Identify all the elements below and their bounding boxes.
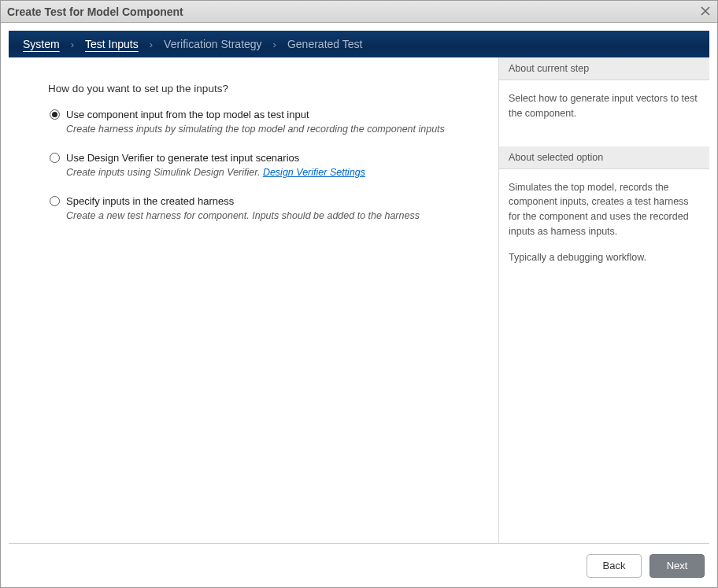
about-option-content: Simulates the top model, records the com… [499, 169, 709, 290]
question-text: How do you want to set up the inputs? [48, 83, 476, 94]
window-title: Create Test for Model Component [7, 6, 183, 18]
about-option-text-1: Simulates the top model, records the com… [509, 180, 700, 239]
step-system[interactable]: System [23, 38, 60, 50]
step-generated-test: Generated Test [287, 38, 362, 50]
chevron-right-icon: › [71, 39, 74, 50]
option-label: Specify inputs in the created harness [66, 195, 234, 207]
dialog-window: Create Test for Model Component System ›… [0, 0, 718, 588]
titlebar: Create Test for Model Component [1, 1, 717, 23]
step-test-inputs[interactable]: Test Inputs [85, 38, 139, 50]
option-use-top-model: Use component input from the top model a… [48, 109, 476, 135]
radio-use-design-verifier[interactable] [50, 153, 60, 163]
option-use-design-verifier: Use Design Verifier to generate test inp… [48, 152, 476, 178]
about-step-header: About current step [499, 57, 709, 80]
radio-specify-inputs[interactable] [50, 196, 60, 206]
about-step-content: Select how to generate input vectors to … [499, 80, 709, 146]
option-row[interactable]: Use component input from the top model a… [50, 109, 476, 120]
chevron-right-icon: › [150, 39, 153, 50]
dialog-footer: Back Next [9, 543, 709, 587]
option-label: Use component input from the top model a… [66, 109, 309, 120]
back-button[interactable]: Back [587, 554, 642, 578]
next-button[interactable]: Next [650, 554, 705, 578]
wizard-stepper: System › Test Inputs › Verification Stra… [9, 31, 709, 57]
about-option-header: About selected option [499, 146, 709, 169]
chevron-right-icon: › [273, 39, 276, 50]
option-row[interactable]: Specify inputs in the created harness [50, 195, 476, 207]
close-icon[interactable] [698, 4, 712, 18]
radio-use-top-model[interactable] [50, 109, 60, 120]
about-option-text-2: Typically a debugging workflow. [509, 250, 700, 265]
option-description: Create inputs using Simulink Design Veri… [66, 167, 476, 178]
side-panel: About current step Select how to generat… [498, 57, 709, 543]
option-row[interactable]: Use Design Verifier to generate test inp… [50, 152, 476, 164]
about-step-text: Select how to generate input vectors to … [509, 91, 700, 121]
design-verifier-settings-link[interactable]: Design Verifier Settings [263, 167, 365, 178]
option-desc-text: Create inputs using Simulink Design Veri… [66, 167, 263, 178]
dialog-body: How do you want to set up the inputs? Us… [9, 57, 709, 543]
option-description: Create harness inputs by simulating the … [66, 124, 476, 135]
option-label: Use Design Verifier to generate test inp… [66, 152, 299, 164]
step-verification-strategy: Verification Strategy [164, 38, 262, 50]
option-specify-inputs: Specify inputs in the created harness Cr… [48, 195, 476, 221]
option-description: Create a new test harness for component.… [66, 210, 476, 221]
main-panel: How do you want to set up the inputs? Us… [9, 57, 498, 543]
